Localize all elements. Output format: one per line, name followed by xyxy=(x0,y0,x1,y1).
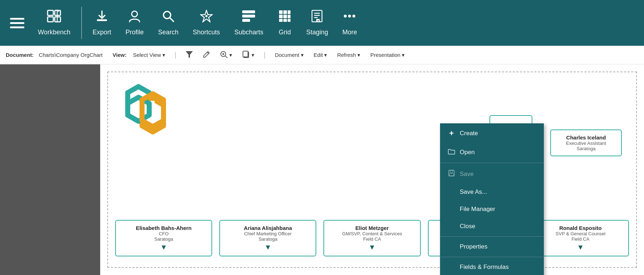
node-0-title: CFO xyxy=(122,231,206,236)
nav-item-shortcuts[interactable]: Shortcuts xyxy=(186,6,227,40)
zoom-icon xyxy=(220,51,228,59)
menu-item-properties[interactable]: Properties xyxy=(440,238,543,255)
svg-rect-20 xyxy=(288,15,291,18)
nav-item-more[interactable]: More xyxy=(335,6,364,40)
svg-rect-21 xyxy=(279,19,283,22)
node-1-name: Ariana Alisjahbana xyxy=(226,225,310,231)
refresh-button[interactable]: Refresh ▾ xyxy=(333,50,364,60)
svg-rect-43 xyxy=(449,173,454,176)
document-btn-label: Document xyxy=(275,52,299,58)
presentation-btn-label: Presentation xyxy=(370,52,400,58)
subcharts-label: Subcharts xyxy=(234,29,263,36)
separator-1: | xyxy=(175,51,176,59)
zoom-button[interactable]: ▾ xyxy=(216,49,236,60)
nav-divider-1 xyxy=(81,7,82,39)
document-btn-chevron: ▾ xyxy=(301,52,304,58)
svg-point-29 xyxy=(344,15,347,18)
menu-item-save-as[interactable]: Save As... xyxy=(440,183,543,201)
copy-chevron-icon: ▾ xyxy=(252,52,254,58)
hamburger-menu[interactable] xyxy=(4,14,31,32)
export-label: Export xyxy=(93,29,111,36)
left-sidebar xyxy=(0,64,100,275)
menu-item-save: Save xyxy=(440,164,543,183)
staging-icon xyxy=(311,10,323,26)
staging-label: Staging xyxy=(306,29,328,36)
select-view-label: Select View xyxy=(133,52,161,58)
node-4: Ronald Esposito SVP & General Counsel Fi… xyxy=(532,220,629,256)
node-2-chevron: ▼ xyxy=(330,243,414,251)
nav-item-export[interactable]: Export xyxy=(86,6,118,40)
node-4-name: Ronald Esposito xyxy=(538,225,623,231)
zoom-chevron-icon: ▾ xyxy=(229,52,232,58)
svg-rect-22 xyxy=(283,19,287,22)
nav-item-staging[interactable]: Staging xyxy=(299,6,335,40)
chart-border: Charles Iceland Executive Assistant Sara… xyxy=(107,72,637,268)
svg-rect-23 xyxy=(288,19,291,22)
svg-rect-0 xyxy=(48,10,53,15)
top-navigation: Workbench Export Profile Sea xyxy=(0,0,644,46)
node-4-location: Field CA xyxy=(538,236,623,242)
separator-2: | xyxy=(264,51,265,59)
svg-line-9 xyxy=(170,18,174,21)
close-label: Close xyxy=(460,223,536,230)
node-2-location: Field CA xyxy=(330,236,414,242)
copy-icon xyxy=(242,50,250,59)
edit-pen-button[interactable] xyxy=(199,49,214,60)
save-label: Save xyxy=(460,171,536,178)
menu-item-open[interactable]: Open xyxy=(440,143,543,161)
node-4-title: SVP & General Counsel xyxy=(538,231,623,236)
create-icon: + xyxy=(448,129,455,138)
workbench-icon xyxy=(47,10,61,26)
edit-btn-label: Edit xyxy=(314,52,323,58)
grid-icon xyxy=(278,10,291,26)
search-label: Search xyxy=(158,29,179,36)
filter-icon xyxy=(186,51,193,59)
document-button[interactable]: Document ▾ xyxy=(271,50,307,60)
node-1: Ariana Alisjahbana Chief Marketing Offic… xyxy=(219,220,316,256)
svg-rect-14 xyxy=(242,19,250,22)
pen-icon xyxy=(203,51,210,59)
nav-item-workbench[interactable]: Workbench xyxy=(31,6,78,40)
profile-icon xyxy=(128,10,141,26)
bottom-nodes-row: Elisabeth Bahs-Ahern CFO Saratoga ▼ Aria… xyxy=(115,220,629,256)
edit-btn-chevron: ▾ xyxy=(324,52,327,58)
view-label: View: xyxy=(113,52,127,58)
document-label: Document: xyxy=(6,52,34,58)
nav-item-search[interactable]: Search xyxy=(151,6,186,40)
svg-rect-16 xyxy=(283,10,287,14)
menu-item-file-manager[interactable]: File Manager xyxy=(440,201,543,218)
logo-area xyxy=(119,79,180,142)
node-0: Elisabeth Bahs-Ahern CFO Saratoga ▼ xyxy=(115,220,212,256)
node-0-location: Saratoga xyxy=(122,236,206,242)
menu-item-create[interactable]: + Create xyxy=(440,124,543,143)
more-icon xyxy=(343,10,356,26)
svg-rect-15 xyxy=(279,10,283,14)
select-view-button[interactable]: Select View ▾ xyxy=(130,50,169,60)
svg-rect-6 xyxy=(97,19,107,21)
svg-rect-13 xyxy=(242,15,255,18)
menu-item-fields-formulas[interactable]: Fields & Formulas xyxy=(440,259,543,275)
svg-rect-18 xyxy=(279,15,283,18)
save-as-label: Save As... xyxy=(460,188,536,196)
svg-point-31 xyxy=(352,15,355,18)
node-1-title: Chief Marketing Officer xyxy=(226,231,310,236)
filter-button[interactable] xyxy=(182,50,196,60)
file-manager-label: File Manager xyxy=(460,206,536,213)
fields-label: Fields & Formulas xyxy=(460,264,536,271)
main-area: Charles Iceland Executive Assistant Sara… xyxy=(0,64,644,275)
grid-label: Grid xyxy=(279,29,291,36)
profile-label: Profile xyxy=(126,29,144,36)
nav-item-grid[interactable]: Grid xyxy=(270,6,299,40)
nav-item-profile[interactable]: Profile xyxy=(118,6,151,40)
node-0-name: Elisabeth Bahs-Ahern xyxy=(122,225,206,231)
charles-title: Executive Assistant xyxy=(557,141,615,146)
chart-area: Charles Iceland Executive Assistant Sara… xyxy=(100,64,644,275)
charles-name: Charles Iceland xyxy=(557,134,615,141)
document-copy-button[interactable]: ▾ xyxy=(239,49,258,61)
edit-button[interactable]: Edit ▾ xyxy=(310,50,331,60)
presentation-btn-chevron: ▾ xyxy=(402,52,405,58)
nav-item-subcharts[interactable]: Subcharts xyxy=(227,6,270,40)
node-2: Eliot Metzger GM/SVP, Content & Services… xyxy=(323,220,420,256)
menu-item-close[interactable]: Close xyxy=(440,218,543,235)
presentation-button[interactable]: Presentation ▾ xyxy=(367,50,408,60)
